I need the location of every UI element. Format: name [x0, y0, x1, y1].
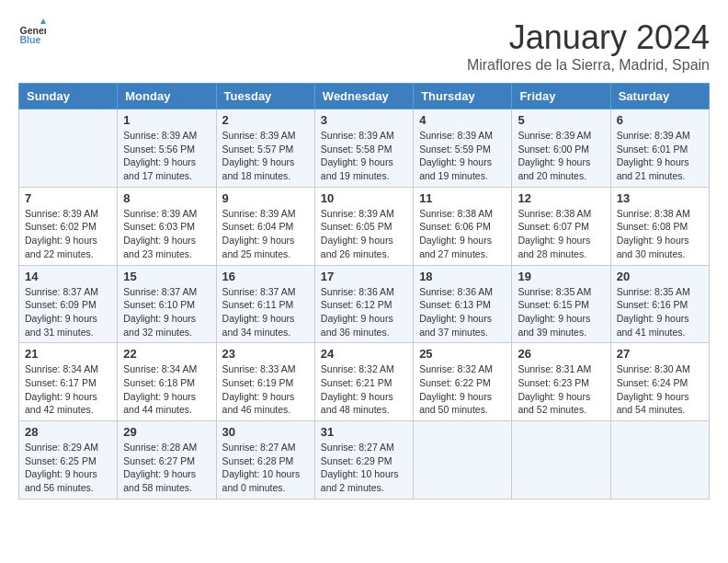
day-info: Sunrise: 8:39 AMSunset: 6:03 PMDaylight:…: [123, 207, 210, 261]
calendar-cell: 31Sunrise: 8:27 AMSunset: 6:29 PMDayligh…: [314, 421, 413, 500]
header-friday: Friday: [512, 84, 610, 109]
calendar-cell: 26Sunrise: 8:31 AMSunset: 6:23 PMDayligh…: [512, 343, 610, 421]
calendar-cell: 21Sunrise: 8:34 AMSunset: 6:17 PMDayligh…: [19, 343, 118, 421]
calendar-cell: 10Sunrise: 8:39 AMSunset: 6:05 PMDayligh…: [314, 187, 413, 265]
day-number: 23: [222, 347, 309, 361]
logo: General Blue: [18, 18, 46, 46]
day-number: 9: [222, 191, 309, 205]
day-info: Sunrise: 8:39 AMSunset: 5:59 PMDaylight:…: [419, 129, 506, 183]
calendar-cell: 22Sunrise: 8:34 AMSunset: 6:18 PMDayligh…: [118, 343, 216, 421]
calendar-cell: 19Sunrise: 8:35 AMSunset: 6:15 PMDayligh…: [512, 265, 610, 343]
calendar-cell: 25Sunrise: 8:32 AMSunset: 6:22 PMDayligh…: [414, 343, 512, 421]
calendar-cell: 1Sunrise: 8:39 AMSunset: 5:56 PMDaylight…: [118, 109, 216, 188]
day-info: Sunrise: 8:38 AMSunset: 6:08 PMDaylight:…: [617, 207, 703, 261]
day-number: 11: [419, 191, 506, 205]
calendar-cell: 17Sunrise: 8:36 AMSunset: 6:12 PMDayligh…: [314, 265, 413, 343]
calendar-header-row: SundayMondayTuesdayWednesdayThursdayFrid…: [19, 84, 710, 109]
header-monday: Monday: [118, 84, 216, 109]
day-number: 7: [25, 191, 111, 205]
calendar-week-row: 1Sunrise: 8:39 AMSunset: 5:56 PMDaylight…: [19, 109, 710, 188]
day-info: Sunrise: 8:34 AMSunset: 6:17 PMDaylight:…: [25, 362, 111, 417]
day-info: Sunrise: 8:39 AMSunset: 5:57 PMDaylight:…: [222, 129, 309, 183]
header-thursday: Thursday: [414, 84, 512, 109]
day-info: Sunrise: 8:36 AMSunset: 6:13 PMDaylight:…: [419, 285, 506, 339]
day-info: Sunrise: 8:32 AMSunset: 6:21 PMDaylight:…: [321, 362, 407, 417]
calendar-cell: 12Sunrise: 8:38 AMSunset: 6:07 PMDayligh…: [512, 187, 610, 265]
day-number: 5: [518, 113, 604, 127]
location-subtitle: Miraflores de la Sierra, Madrid, Spain: [467, 57, 710, 74]
calendar-cell: 2Sunrise: 8:39 AMSunset: 5:57 PMDaylight…: [216, 109, 314, 188]
day-number: 16: [222, 270, 309, 283]
day-info: Sunrise: 8:37 AMSunset: 6:11 PMDaylight:…: [222, 285, 309, 339]
day-info: Sunrise: 8:38 AMSunset: 6:06 PMDaylight:…: [419, 207, 506, 261]
day-number: 17: [321, 270, 407, 283]
calendar-week-row: 7Sunrise: 8:39 AMSunset: 6:02 PMDaylight…: [19, 187, 710, 265]
header-tuesday: Tuesday: [216, 84, 314, 109]
calendar-cell: 20Sunrise: 8:35 AMSunset: 6:16 PMDayligh…: [610, 265, 709, 343]
header-saturday: Saturday: [610, 84, 709, 109]
day-number: 27: [617, 347, 703, 361]
day-number: 18: [419, 270, 506, 283]
day-info: Sunrise: 8:39 AMSunset: 6:01 PMDaylight:…: [617, 129, 703, 183]
day-info: Sunrise: 8:39 AMSunset: 6:00 PMDaylight:…: [518, 129, 604, 183]
day-number: 6: [617, 113, 703, 127]
calendar-cell: 9Sunrise: 8:39 AMSunset: 6:04 PMDaylight…: [216, 187, 314, 265]
day-number: 28: [25, 425, 111, 439]
calendar-cell: 16Sunrise: 8:37 AMSunset: 6:11 PMDayligh…: [216, 265, 314, 343]
day-info: Sunrise: 8:28 AMSunset: 6:27 PMDaylight:…: [123, 441, 210, 495]
calendar-cell: 30Sunrise: 8:27 AMSunset: 6:28 PMDayligh…: [216, 421, 314, 500]
day-number: 10: [321, 191, 407, 205]
day-info: Sunrise: 8:27 AMSunset: 6:29 PMDaylight:…: [321, 441, 407, 495]
calendar-table: SundayMondayTuesdayWednesdayThursdayFrid…: [18, 83, 710, 500]
day-number: 8: [123, 191, 210, 205]
day-info: Sunrise: 8:39 AMSunset: 6:04 PMDaylight:…: [222, 207, 309, 261]
day-info: Sunrise: 8:34 AMSunset: 6:18 PMDaylight:…: [123, 362, 210, 417]
calendar-cell: 11Sunrise: 8:38 AMSunset: 6:06 PMDayligh…: [414, 187, 512, 265]
day-number: 22: [123, 347, 210, 361]
calendar-cell: 18Sunrise: 8:36 AMSunset: 6:13 PMDayligh…: [414, 265, 512, 343]
month-title: January 2024: [467, 18, 710, 57]
day-info: Sunrise: 8:33 AMSunset: 6:19 PMDaylight:…: [222, 362, 309, 417]
calendar-cell: 4Sunrise: 8:39 AMSunset: 5:59 PMDaylight…: [414, 109, 512, 188]
calendar-week-row: 28Sunrise: 8:29 AMSunset: 6:25 PMDayligh…: [19, 421, 710, 500]
day-info: Sunrise: 8:39 AMSunset: 6:02 PMDaylight:…: [25, 207, 111, 261]
calendar-week-row: 14Sunrise: 8:37 AMSunset: 6:09 PMDayligh…: [19, 265, 710, 343]
day-number: 14: [25, 270, 111, 283]
day-info: Sunrise: 8:35 AMSunset: 6:16 PMDaylight:…: [617, 285, 703, 339]
day-info: Sunrise: 8:36 AMSunset: 6:12 PMDaylight:…: [321, 285, 407, 339]
day-number: 24: [321, 347, 407, 361]
day-number: 20: [617, 270, 703, 283]
day-info: Sunrise: 8:39 AMSunset: 5:56 PMDaylight:…: [123, 129, 210, 183]
calendar-cell: 5Sunrise: 8:39 AMSunset: 6:00 PMDaylight…: [512, 109, 610, 188]
day-number: 3: [321, 113, 407, 127]
day-number: 12: [518, 191, 604, 205]
page-header: General Blue January 2024 Miraflores de …: [18, 18, 710, 74]
header-sunday: Sunday: [19, 84, 118, 109]
day-number: 19: [518, 270, 604, 283]
day-info: Sunrise: 8:37 AMSunset: 6:10 PMDaylight:…: [123, 285, 210, 339]
day-number: 15: [123, 270, 210, 283]
day-number: 1: [123, 113, 210, 127]
day-number: 13: [617, 191, 703, 205]
day-info: Sunrise: 8:32 AMSunset: 6:22 PMDaylight:…: [419, 362, 506, 417]
day-info: Sunrise: 8:39 AMSunset: 5:58 PMDaylight:…: [321, 129, 407, 183]
calendar-cell: 28Sunrise: 8:29 AMSunset: 6:25 PMDayligh…: [19, 421, 118, 500]
calendar-cell: [610, 421, 709, 500]
header-wednesday: Wednesday: [314, 84, 413, 109]
calendar-cell: 29Sunrise: 8:28 AMSunset: 6:27 PMDayligh…: [118, 421, 216, 500]
day-number: 31: [321, 425, 407, 439]
day-number: 26: [518, 347, 604, 361]
calendar-cell: 23Sunrise: 8:33 AMSunset: 6:19 PMDayligh…: [216, 343, 314, 421]
day-info: Sunrise: 8:27 AMSunset: 6:28 PMDaylight:…: [222, 441, 309, 495]
calendar-week-row: 21Sunrise: 8:34 AMSunset: 6:17 PMDayligh…: [19, 343, 710, 421]
calendar-cell: 6Sunrise: 8:39 AMSunset: 6:01 PMDaylight…: [610, 109, 709, 188]
day-info: Sunrise: 8:31 AMSunset: 6:23 PMDaylight:…: [518, 362, 604, 417]
day-info: Sunrise: 8:38 AMSunset: 6:07 PMDaylight:…: [518, 207, 604, 261]
calendar-cell: 27Sunrise: 8:30 AMSunset: 6:24 PMDayligh…: [610, 343, 709, 421]
day-number: 25: [419, 347, 506, 361]
calendar-cell: 14Sunrise: 8:37 AMSunset: 6:09 PMDayligh…: [19, 265, 118, 343]
day-info: Sunrise: 8:29 AMSunset: 6:25 PMDaylight:…: [25, 441, 111, 495]
title-block: January 2024 Miraflores de la Sierra, Ma…: [467, 18, 710, 74]
day-number: 30: [222, 425, 309, 439]
day-number: 4: [419, 113, 506, 127]
